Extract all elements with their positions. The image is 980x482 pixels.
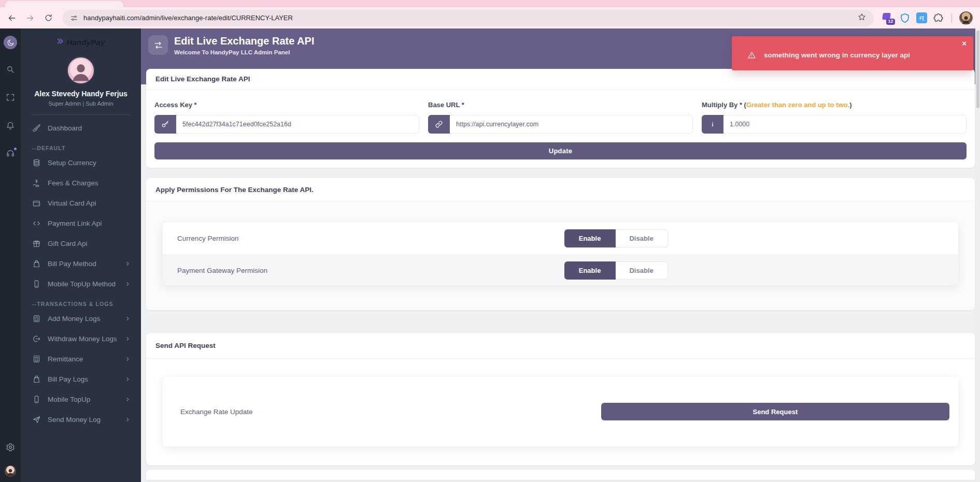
url-text: handypayhaiti.com/admin/live/exchange-ra… — [83, 14, 293, 22]
settings-icon[interactable] — [6, 443, 15, 452]
chevron-right-icon — [125, 397, 131, 402]
extensions-puzzle-icon[interactable] — [933, 12, 944, 24]
currency-permission-row: Currency Permision Enable Disable — [163, 222, 958, 255]
sidebar-item-label: Bill Pay Logs — [48, 375, 88, 383]
permissions-card: Apply Permissions For The Exchange Rate … — [146, 178, 975, 310]
scrollbar — [975, 28, 980, 482]
tab-strip — [0, 0, 980, 7]
update-button[interactable]: Update — [154, 142, 967, 159]
extension-f-icon[interactable]: F[ — [916, 12, 927, 23]
send-api-request-card: Send API Request Exchange Rate Update Se… — [146, 333, 975, 465]
sidebar-item-fees-charges[interactable]: Fees & Charges — [32, 173, 131, 193]
sidebar-item-add-money-logs[interactable]: Add Money Logs — [32, 309, 131, 329]
extension-cards-icon[interactable]: 12 — [882, 12, 893, 24]
edit-exchange-card: Edit Live Exchange Rate API Access Key *… — [146, 69, 975, 168]
calc-icon — [32, 355, 41, 363]
page-title: Edit Live Exchange Rate API — [174, 35, 314, 47]
logo-icon — [56, 37, 64, 47]
browser-profile-avatar[interactable] — [959, 11, 973, 25]
site-settings-icon[interactable] — [70, 14, 78, 22]
theme-toggle-icon[interactable] — [4, 36, 17, 49]
sidebar-item-label: Mobile TopUp Method — [48, 280, 116, 288]
arrow-out-icon — [32, 334, 41, 343]
sidebar-item-virtual-card-api[interactable]: Virtual Card Api — [32, 193, 131, 213]
hand-dollar-icon — [32, 179, 41, 187]
calc-icon — [32, 314, 41, 323]
sidebar-item-dashboard[interactable]: Dashboard — [32, 118, 131, 138]
partial-card — [146, 470, 975, 480]
chevron-right-icon — [125, 316, 131, 322]
permissions-card-title: Apply Permissions For The Exchange Rate … — [146, 178, 975, 201]
currency-permission-toggle: Enable Disable — [564, 229, 668, 247]
sidebar-item-gift-card-api[interactable]: Gift Card Api — [32, 233, 131, 254]
multiply-by-label: Multiply By * (Greater than zero and up … — [702, 101, 967, 109]
chevron-right-icon — [125, 336, 131, 342]
main-area: Edit Live Exchange Rate API Welcome To H… — [141, 28, 980, 482]
chevron-right-icon — [125, 281, 131, 287]
exchange-rate-update-label: Exchange Rate Update — [180, 408, 253, 416]
browser-toolbar: handypayhaiti.com/admin/live/exchange-ra… — [0, 7, 980, 28]
notifications-icon[interactable] — [6, 121, 15, 130]
rail-user-avatar[interactable] — [5, 465, 16, 477]
payment-gateway-enable-button[interactable]: Enable — [564, 261, 616, 280]
currency-disable-button[interactable]: Disable — [616, 229, 668, 247]
sidebar-item-label: Virtual Card Api — [48, 199, 96, 207]
active-tab[interactable] — [5, 1, 123, 7]
reload-icon[interactable] — [41, 11, 55, 25]
base-url-input[interactable] — [450, 115, 693, 134]
sidebar-item-withdraw-money-logs[interactable]: Withdraw Money Logs — [32, 329, 131, 349]
multiply-by-field-group: Multiply By * (Greater than zero and up … — [702, 101, 967, 134]
plane-icon — [32, 415, 41, 424]
user-role: Super Admin | Sub Admin — [21, 100, 141, 107]
access-key-input[interactable] — [176, 115, 419, 134]
address-bar[interactable]: handypayhaiti.com/admin/live/exchange-ra… — [63, 10, 874, 26]
sidebar-item-label: Fees & Charges — [48, 179, 98, 187]
back-icon[interactable] — [5, 11, 19, 25]
sidebar-divider — [31, 114, 131, 115]
fullscreen-icon[interactable] — [6, 93, 15, 102]
search-icon[interactable] — [6, 65, 15, 74]
sidebar-item-label: Send Money Log — [48, 416, 101, 423]
warning-icon — [747, 51, 756, 60]
sidebar-item-payment-link-api[interactable]: Payment Link Api — [32, 213, 131, 233]
bookmark-star-icon[interactable] — [857, 12, 867, 24]
base-url-field-group: Base URL * — [428, 101, 693, 134]
logo[interactable]: HandyPay — [21, 28, 141, 51]
payment-gateway-disable-button[interactable]: Disable — [616, 261, 668, 280]
edit-card-title: Edit Live Exchange Rate API — [146, 69, 975, 90]
sidebar-item-bill-pay-method[interactable]: Bill Pay Method — [32, 254, 131, 274]
support-icon[interactable] — [6, 149, 15, 158]
forward-icon[interactable] — [23, 11, 37, 25]
access-key-label: Access Key * — [154, 101, 419, 109]
user-name: Alex Stevedy Handy Ferjus — [21, 90, 141, 98]
page-content: Edit Live Exchange Rate API Access Key *… — [141, 28, 980, 482]
extension-shield-icon[interactable] — [899, 12, 911, 24]
sidebar-item-label: Gift Card Api — [48, 240, 88, 247]
phone-icon — [32, 280, 41, 288]
extensions-area: 12 F[ — [882, 11, 973, 25]
sidebar-item-bill-pay-logs[interactable]: Bill Pay Logs — [32, 369, 131, 389]
coins-icon — [32, 158, 41, 167]
sidebar-item-label: Mobile TopUp — [48, 396, 90, 403]
access-key-field-group: Access Key * — [154, 101, 419, 134]
sidebar-item-remittance[interactable]: Remittance — [32, 349, 131, 369]
sidebar-item-mobile-topup-method[interactable]: Mobile TopUp Method — [32, 274, 131, 294]
exchange-icon — [148, 35, 168, 55]
notification-dot — [14, 148, 17, 150]
sidebar-item-mobile-topup[interactable]: Mobile TopUp — [32, 389, 131, 410]
send-request-row: Exchange Rate Update Send Request — [163, 377, 958, 446]
sidebar-item-send-money-log[interactable]: Send Money Log — [32, 410, 131, 430]
toast-message: something went wrong in currency layer a… — [764, 51, 910, 59]
toast-close-icon[interactable]: × — [962, 39, 967, 47]
page-subtitle: Welcome To HandyPay LLC Admin Panel — [174, 49, 314, 55]
info-icon — [702, 115, 723, 134]
send-request-button[interactable]: Send Request — [601, 403, 949, 420]
currency-enable-button[interactable]: Enable — [564, 229, 616, 247]
send-api-request-title: Send API Request — [146, 333, 975, 359]
chevron-right-icon — [125, 356, 131, 362]
scrollbar-thumb[interactable] — [976, 31, 979, 108]
code-icon — [32, 219, 41, 228]
sidebar-item-setup-currency[interactable]: Setup Currency — [32, 153, 131, 173]
key-icon — [154, 115, 176, 134]
multiply-by-input[interactable] — [723, 115, 967, 134]
